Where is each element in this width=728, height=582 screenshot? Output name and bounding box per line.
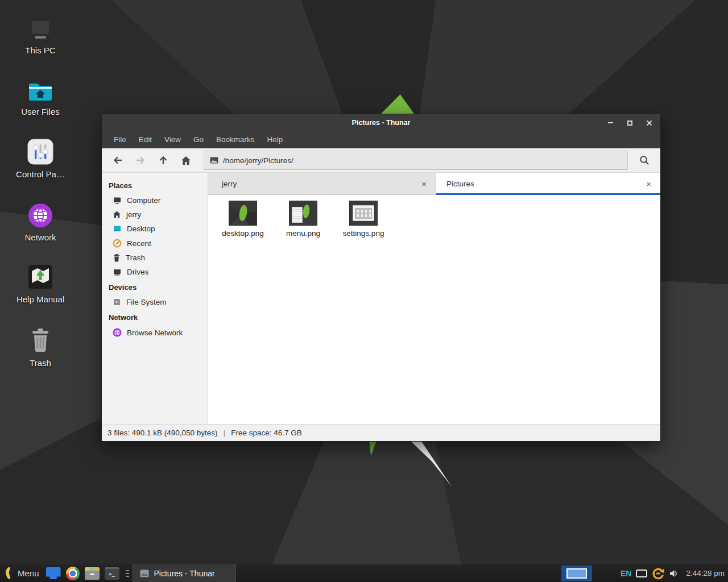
desktop-icon-this-pc[interactable]: This PC — [6, 15, 75, 55]
sidebar-item-jerry[interactable]: jerry — [102, 207, 208, 222]
volume-icon[interactable] — [669, 569, 679, 578]
menu-button[interactable]: Menu — [18, 568, 39, 578]
maximize-icon — [627, 120, 632, 126]
sidebar-item-label: Trash — [126, 253, 145, 262]
system-tray: EN 2:44:28 pm — [621, 567, 728, 580]
file-settings-png[interactable]: settings.png — [336, 201, 391, 238]
window-titlebar[interactable]: Pictures - Thunar — [102, 114, 660, 131]
minimize-button[interactable] — [605, 117, 616, 128]
file-thumbnail — [350, 201, 377, 225]
minimize-icon — [608, 122, 613, 123]
desktop-icon-label: Network — [24, 232, 56, 242]
sidebar-item-trash[interactable]: Trash — [102, 251, 208, 265]
sidebar-item-desktop[interactable]: Desktop — [102, 222, 208, 236]
desktop-icon-label: Control Pa… — [16, 169, 65, 179]
trash-icon — [29, 327, 52, 354]
update-icon[interactable] — [652, 567, 664, 580]
thunar-window: Pictures - Thunar File Edit View Go Book… — [101, 114, 661, 442]
sidebar-item-label: File System — [126, 298, 167, 306]
desktop-icon-trash[interactable]: Trash — [6, 327, 75, 368]
this-pc-icon — [28, 15, 53, 41]
desktop-icon-user-files[interactable]: User Files — [6, 76, 75, 117]
sidebar-item-label: Browse Network — [127, 329, 183, 337]
file-desktop-png[interactable]: desktop.png — [215, 201, 271, 238]
terminal-icon: >_ — [105, 567, 119, 580]
file-menu-png[interactable]: menu.png — [275, 201, 331, 238]
taskbar: Menu >_ Pictures - Thunar EN 2:44:28 pm — [0, 564, 728, 582]
window-title: Pictures - Thunar — [102, 114, 660, 131]
desktop-icon-help-manual[interactable]: Help Manual — [6, 264, 75, 304]
path-bar[interactable]: /home/jerry/Pictures/ — [204, 151, 628, 170]
forward-button[interactable] — [130, 151, 151, 171]
menu-bookmarks[interactable]: Bookmarks — [210, 131, 261, 148]
desktop-icon-label: Trash — [30, 358, 51, 368]
sidebar-item-browse-network[interactable]: Browse Network — [102, 325, 208, 340]
clock[interactable]: 2:44:28 pm — [686, 569, 725, 577]
keyboard-layout-indicator[interactable]: EN — [621, 569, 631, 578]
desktop-icon-label: Help Manual — [16, 294, 64, 304]
close-button[interactable] — [643, 117, 655, 128]
taskbar-task-pictures-thunar[interactable]: Pictures - Thunar — [133, 564, 236, 582]
recent-clock-icon — [113, 239, 122, 248]
menu-view[interactable]: View — [158, 131, 187, 148]
sidebar-item-drives[interactable]: Drives — [102, 265, 208, 279]
up-button[interactable] — [152, 151, 174, 171]
path-text: /home/jerry/Pictures/ — [223, 156, 293, 165]
user-files-folder-icon — [27, 76, 53, 102]
sidebar-item-label: Recent — [127, 239, 151, 248]
menu-file[interactable]: File — [107, 131, 133, 148]
back-button[interactable] — [107, 151, 129, 171]
sidebar: Places Computer jerry Desktop Recent Tra… — [102, 173, 208, 424]
archive-icon — [85, 567, 100, 580]
sidebar-item-label: Desktop — [127, 225, 155, 233]
chrome-launcher[interactable] — [66, 567, 80, 580]
desktop-icon-label: This PC — [25, 45, 55, 55]
menu-help[interactable]: Help — [261, 131, 289, 148]
desktop-icon-control-panel[interactable]: Control Pa… — [6, 139, 75, 179]
home-button[interactable] — [175, 151, 197, 171]
sidebar-header-network: Network — [102, 309, 208, 325]
menu-edit[interactable]: Edit — [133, 131, 158, 148]
search-button[interactable] — [634, 151, 655, 171]
forward-arrow-icon — [135, 156, 146, 165]
desktop-icon-label: User Files — [21, 107, 60, 117]
trash-small-icon — [113, 253, 121, 262]
tab-bar: jerry × Pictures × — [208, 173, 660, 195]
up-arrow-icon — [159, 155, 168, 165]
file-manager-launcher[interactable] — [46, 567, 61, 579]
file-thumbnail — [289, 201, 317, 225]
home-folder-icon — [113, 210, 121, 219]
sidebar-item-file-system[interactable]: File System — [102, 295, 208, 309]
keyboard-icon[interactable] — [636, 569, 647, 577]
status-bar: 3 files: 490.1 kB (490,050 bytes) | Free… — [102, 424, 660, 441]
menu-logo-icon[interactable] — [4, 567, 14, 580]
desktop-icon-network[interactable]: Network — [6, 202, 75, 242]
tab-close-button[interactable]: × — [420, 179, 428, 189]
file-name: menu.png — [286, 229, 320, 238]
workspace-pager[interactable] — [561, 566, 592, 581]
tab-close-button[interactable]: × — [645, 179, 652, 189]
task-image-icon — [140, 569, 149, 577]
tab-pictures[interactable]: Pictures × — [436, 173, 660, 195]
sidebar-item-label: Computer — [127, 196, 160, 205]
wallpaper-feather — [411, 441, 452, 487]
close-icon — [646, 120, 652, 126]
tab-jerry[interactable]: jerry × — [208, 173, 436, 195]
file-manager-icon — [46, 567, 61, 579]
sidebar-item-computer[interactable]: Computer — [102, 193, 208, 207]
network-globe-icon — [28, 202, 53, 228]
terminal-launcher[interactable]: >_ — [105, 567, 119, 580]
task-label: Pictures - Thunar — [154, 569, 215, 578]
status-files-summary: 3 files: 490.1 kB (490,050 bytes) — [107, 429, 218, 437]
archive-launcher[interactable] — [85, 567, 100, 580]
help-manual-icon — [27, 264, 53, 290]
sidebar-item-recent[interactable]: Recent — [102, 236, 208, 251]
file-list[interactable]: desktop.png menu.png settings.png — [208, 195, 660, 424]
active-workspace-cell — [566, 568, 587, 579]
maximize-button[interactable] — [624, 117, 635, 128]
window-list-button[interactable] — [125, 569, 130, 578]
status-free-space: Free space: 46.7 GB — [231, 429, 302, 437]
chrome-icon — [66, 567, 80, 580]
menu-go[interactable]: Go — [187, 131, 210, 148]
sidebar-item-label: Drives — [127, 268, 148, 276]
